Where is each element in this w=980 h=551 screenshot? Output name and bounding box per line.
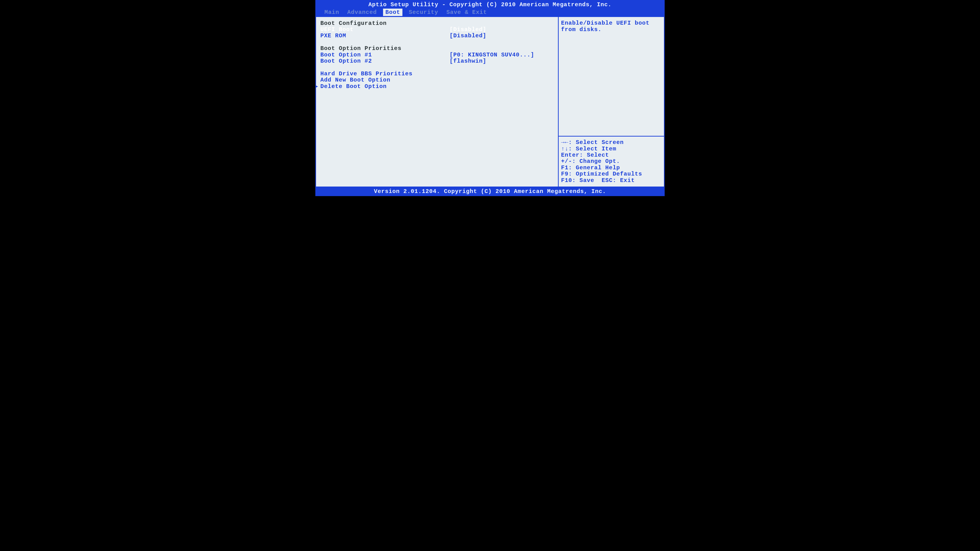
pxe-rom-label: PXE ROM xyxy=(320,33,450,39)
submenu-delete-boot[interactable]: ▸ Delete Boot Option xyxy=(320,83,554,90)
submenu-add-boot[interactable]: Add New Boot Option xyxy=(320,77,554,83)
boot-2-value: [flashwin] xyxy=(450,58,487,64)
title-bar: Aptio Setup Utility - Copyright (C) 2010… xyxy=(315,0,665,9)
tab-advanced[interactable]: Advanced xyxy=(345,9,379,16)
boot-priorities-header-label: Boot Option Priorities xyxy=(320,45,450,52)
settings-pane: Boot Configuration UEFI Boot [Disabled] … xyxy=(316,17,558,187)
item-help-text: Enable/Disable UEFI boot from disks. xyxy=(558,17,664,137)
nav-select-item: ↑↓: Select Item xyxy=(561,146,662,152)
section-header-boot-priorities: Boot Option Priorities xyxy=(320,45,554,52)
tab-security[interactable]: Security xyxy=(407,9,440,16)
boot-1-value: [P0: KINGSTON SUV40...] xyxy=(450,52,534,58)
menu-bar: Main Advanced Boot Security Save & Exit xyxy=(315,9,665,17)
help-pane: Enable/Disable UEFI boot from disks. →←:… xyxy=(558,17,664,187)
nav-save-exit: F10: Save ESC: Exit xyxy=(561,178,662,184)
tab-save-exit[interactable]: Save & Exit xyxy=(445,9,489,16)
delete-boot-label: Delete Boot Option xyxy=(320,83,450,90)
tab-main[interactable]: Main xyxy=(323,9,341,16)
submenu-arrow-icon: ▸ xyxy=(315,83,319,90)
option-pxe-rom[interactable]: PXE ROM [Disabled] xyxy=(320,33,554,39)
navigation-help: →←: Select Screen ↑↓: Select Item Enter:… xyxy=(558,137,664,187)
uefi-boot-label: UEFI Boot xyxy=(320,27,450,33)
boot-2-label: Boot Option #2 xyxy=(320,58,450,64)
nav-optimized-defaults: F9: Optimized Defaults xyxy=(561,171,662,177)
section-header-boot-config: Boot Configuration xyxy=(320,20,554,27)
add-boot-label: Add New Boot Option xyxy=(320,77,450,83)
tab-boot[interactable]: Boot xyxy=(383,9,402,16)
spacer xyxy=(320,64,554,71)
hd-bbs-label: Hard Drive BBS Priorities xyxy=(320,71,450,77)
nav-enter: Enter: Select xyxy=(561,152,662,158)
option-uefi-boot[interactable]: UEFI Boot [Disabled] xyxy=(320,27,554,33)
body: Boot Configuration UEFI Boot [Disabled] … xyxy=(315,17,665,187)
pxe-rom-value: [Disabled] xyxy=(450,33,487,39)
option-boot-2[interactable]: Boot Option #2 [flashwin] xyxy=(320,58,554,64)
nav-general-help: F1: General Help xyxy=(561,165,662,171)
submenu-hd-bbs[interactable]: Hard Drive BBS Priorities xyxy=(320,71,554,77)
bios-screen: Aptio Setup Utility - Copyright (C) 2010… xyxy=(315,0,665,196)
nav-select-screen: →←: Select Screen xyxy=(561,140,662,146)
boot-config-header-label: Boot Configuration xyxy=(320,20,450,27)
nav-change-opt: +/-: Change Opt. xyxy=(561,158,662,165)
uefi-boot-value: [Disabled] xyxy=(450,27,487,33)
footer-bar: Version 2.01.1204. Copyright (C) 2010 Am… xyxy=(315,187,665,196)
option-boot-1[interactable]: Boot Option #1 [P0: KINGSTON SUV40...] xyxy=(320,52,554,58)
spacer xyxy=(320,39,554,45)
boot-1-label: Boot Option #1 xyxy=(320,52,450,58)
